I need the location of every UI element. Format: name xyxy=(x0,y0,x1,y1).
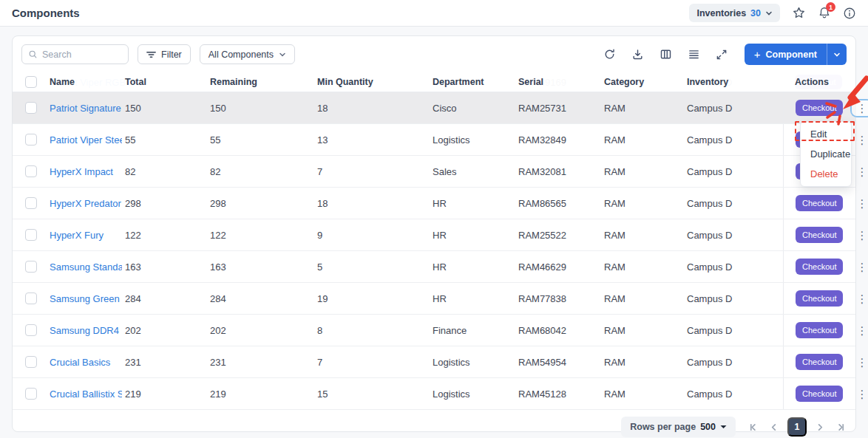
component-name-link[interactable]: Crucial Ballistix Spor... xyxy=(50,389,122,400)
cell-remaining: 284 xyxy=(210,293,317,304)
refresh-icon[interactable] xyxy=(603,48,616,61)
expand-icon[interactable] xyxy=(716,49,728,61)
cell-department: HR xyxy=(433,261,518,273)
rows-per-page-dropdown[interactable]: Rows per page 500 xyxy=(621,417,736,437)
table-row: HyperX Predator 298 298 18 HR RAM86565 R… xyxy=(13,188,855,219)
checkout-button[interactable]: Checkout xyxy=(796,259,843,275)
info-icon[interactable] xyxy=(843,7,856,20)
checkout-button[interactable]: Checkout xyxy=(796,354,843,370)
component-name-link[interactable]: Samsung DDR4 DIM... xyxy=(50,325,122,336)
component-name-link[interactable]: Patriot Viper Steel xyxy=(50,134,122,146)
checkout-button[interactable]: Checkout xyxy=(796,227,843,243)
component-name-link[interactable]: Patriot Signature Line xyxy=(50,103,122,114)
col-header-serial[interactable]: Serial xyxy=(518,77,604,87)
table-row: HyperX Impact 82 82 7 Sales RAM32081 RAM… xyxy=(13,156,855,188)
component-name-link[interactable]: Crucial Basics xyxy=(50,357,122,368)
context-menu-edit[interactable]: Edit xyxy=(801,124,851,144)
row-context-menu: Edit Duplicate Delete xyxy=(800,121,852,187)
col-header-min-quantity[interactable]: Min Quantity xyxy=(317,77,433,87)
row-checkbox[interactable] xyxy=(25,197,37,209)
filter-icon xyxy=(146,50,156,59)
cell-remaining: 163 xyxy=(210,261,317,273)
add-component-button[interactable]: + Component xyxy=(745,44,827,65)
last-page-icon[interactable] xyxy=(834,421,847,434)
row-kebab-menu-icon[interactable]: ⋮ xyxy=(852,100,868,116)
add-component-label: Component xyxy=(766,49,817,60)
prev-page-icon[interactable] xyxy=(767,421,780,434)
pagination: 1 xyxy=(747,417,847,437)
cell-department: HR xyxy=(433,230,518,241)
next-page-icon[interactable] xyxy=(814,421,827,434)
row-checkbox[interactable] xyxy=(25,165,37,177)
cell-min-quantity: 13 xyxy=(317,134,433,146)
row-checkbox[interactable] xyxy=(25,134,37,146)
search-input[interactable] xyxy=(42,49,122,60)
search-box[interactable] xyxy=(21,44,129,64)
cell-category: RAM xyxy=(604,389,687,400)
col-header-remaining[interactable]: Remaining xyxy=(210,77,317,87)
checkout-button[interactable]: Checkout xyxy=(796,290,843,307)
scope-dropdown[interactable]: All Components xyxy=(200,44,295,64)
rows-per-page-label: Rows per page xyxy=(630,422,696,432)
context-menu-delete[interactable]: Delete xyxy=(801,164,851,184)
checkout-button[interactable]: Checkout xyxy=(796,100,843,116)
cell-serial: RAM54954 xyxy=(518,357,604,368)
current-page-button[interactable]: 1 xyxy=(787,417,807,437)
component-name-link[interactable]: HyperX Impact xyxy=(50,166,122,177)
cell-inventory: Campus D xyxy=(687,103,783,114)
cell-total: 284 xyxy=(125,293,210,304)
scope-label: All Components xyxy=(208,49,274,60)
inventories-dropdown[interactable]: Inventories 30 xyxy=(689,4,780,22)
favorite-star-icon[interactable] xyxy=(792,6,806,20)
inventories-label: Inventories xyxy=(696,8,746,18)
filter-button[interactable]: Filter xyxy=(138,44,191,64)
row-checkbox[interactable] xyxy=(25,388,37,400)
col-header-name[interactable]: Name xyxy=(50,77,125,87)
component-name-link[interactable]: HyperX Predator xyxy=(50,198,122,209)
first-page-icon[interactable] xyxy=(747,421,760,434)
cell-min-quantity: 7 xyxy=(317,166,433,177)
add-component-caret-button[interactable] xyxy=(827,44,847,65)
row-checkbox[interactable] xyxy=(25,292,37,304)
context-menu-duplicate[interactable]: Duplicate xyxy=(801,144,851,164)
filter-label: Filter xyxy=(161,49,182,60)
select-all-checkbox[interactable] xyxy=(25,76,37,88)
row-kebab-menu-icon[interactable]: ⋮ xyxy=(852,132,868,148)
checkout-button[interactable]: Checkout xyxy=(796,195,843,211)
component-name-link[interactable]: Samsung Standard ... xyxy=(50,261,122,273)
col-header-total[interactable]: Total xyxy=(125,77,210,87)
download-icon[interactable] xyxy=(631,48,644,61)
cell-inventory: Campus D xyxy=(687,230,783,241)
checkout-button[interactable]: Checkout xyxy=(796,322,843,338)
cell-category: RAM xyxy=(604,134,687,146)
density-icon[interactable] xyxy=(688,48,700,61)
columns-icon[interactable] xyxy=(660,48,672,61)
row-checkbox[interactable] xyxy=(25,261,37,273)
col-header-category[interactable]: Category xyxy=(604,77,687,87)
row-checkbox[interactable] xyxy=(25,356,37,368)
cell-remaining: 55 xyxy=(210,134,317,146)
col-header-department[interactable]: Department xyxy=(433,77,518,87)
row-kebab-menu-icon[interactable]: ⋮ xyxy=(852,323,868,338)
cell-inventory: Campus D xyxy=(687,261,783,273)
cell-category: RAM xyxy=(604,166,687,177)
row-kebab-menu-icon[interactable]: ⋮ xyxy=(852,227,868,243)
row-kebab-menu-icon[interactable]: ⋮ xyxy=(852,386,868,402)
row-kebab-menu-icon[interactable]: ⋮ xyxy=(852,164,868,179)
col-header-inventory[interactable]: Inventory xyxy=(687,77,783,87)
row-kebab-menu-icon[interactable]: ⋮ xyxy=(852,196,868,211)
notifications-bell-icon[interactable]: 1 xyxy=(818,6,831,20)
cell-inventory: Campus D xyxy=(687,357,783,368)
row-checkbox[interactable] xyxy=(25,102,37,114)
cell-inventory: Campus D xyxy=(687,198,783,209)
cell-department: Logistics xyxy=(433,389,518,400)
row-kebab-menu-icon[interactable]: ⋮ xyxy=(852,259,868,275)
row-kebab-menu-icon[interactable]: ⋮ xyxy=(852,291,868,307)
component-name-link[interactable]: Samsung Green Me... xyxy=(50,293,122,304)
row-checkbox[interactable] xyxy=(25,229,37,241)
rows-per-page-value: 500 xyxy=(700,422,716,432)
checkout-button[interactable]: Checkout xyxy=(796,386,843,402)
row-kebab-menu-icon[interactable]: ⋮ xyxy=(852,355,868,370)
row-checkbox[interactable] xyxy=(25,324,37,336)
component-name-link[interactable]: HyperX Fury xyxy=(50,230,122,241)
